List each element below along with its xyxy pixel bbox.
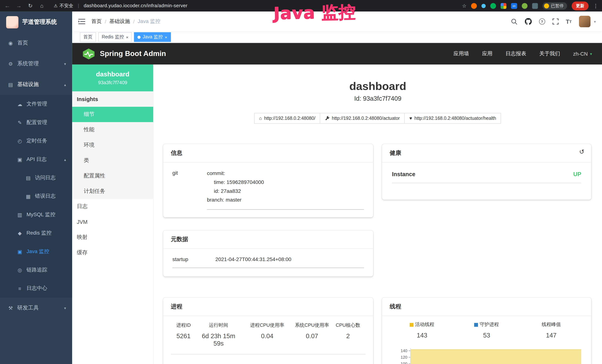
sba-brand-title[interactable]: Spring Boot Admin — [100, 50, 166, 58]
user-avatar[interactable] — [579, 16, 591, 27]
health-card-body: Instance UP — [382, 162, 591, 192]
security-chip[interactable]: ⚠ 不安全 — [54, 2, 73, 9]
clock-icon: ◴ — [17, 138, 23, 144]
back-icon[interactable]: ← — [4, 3, 11, 9]
sidebar-item-log-center[interactable]: ≡ 日志中心 — [0, 279, 72, 298]
actuator-url-link[interactable]: http://192.168.0.2:48080/actuator — [320, 113, 405, 124]
legend-label: 线程峰值 — [542, 321, 561, 328]
address-bar-url[interactable]: dashboard.yudao.iocoder.cn/infra/admin-s… — [84, 3, 187, 9]
sidebar-item-label: 系统管理 — [17, 60, 39, 67]
sidebar-item-error-log[interactable]: ▦ 错误日志 — [0, 187, 72, 205]
help-icon[interactable]: ? — [539, 18, 545, 24]
sba-nav-applications[interactable]: 应用 — [482, 50, 493, 57]
sba-menu-scheduled-tasks[interactable]: 计划任务 — [72, 183, 153, 199]
health-row[interactable]: Instance UP — [392, 171, 581, 183]
service-url-link[interactable]: ⌂ http://192.168.0.2:48080/ — [254, 113, 320, 124]
history-icon[interactable]: ↺ — [579, 148, 584, 155]
edit-icon: ✎ — [17, 120, 23, 125]
sba-nav-wallboard[interactable]: 应用墙 — [453, 50, 469, 57]
info-key: git — [172, 169, 207, 210]
extension-icon[interactable] — [522, 3, 527, 9]
sidebar-item-config-manage[interactable]: ✎ 配置管理 — [0, 113, 72, 132]
browser-menu-icon[interactable]: ⋮ — [593, 3, 598, 9]
sidebar-item-file-manage[interactable]: ☁ 文件管理 — [0, 95, 72, 113]
paused-badge[interactable]: 已暂停 — [542, 2, 567, 9]
reload-icon[interactable]: ↻ — [27, 3, 34, 9]
sidebar-item-mysql-monitor[interactable]: ▥ MySQL 监控 — [0, 205, 72, 224]
breadcrumb-separator: / — [133, 19, 135, 24]
sba-nav-about[interactable]: 关于我们 — [539, 50, 560, 57]
bookmark-star-icon[interactable]: ☆ — [462, 3, 466, 9]
close-icon[interactable]: × — [165, 35, 167, 39]
extension-icon[interactable] — [482, 4, 486, 8]
legend-value: 143 — [390, 332, 454, 339]
instance-header[interactable]: dashboard 93a3fc7f7409 — [72, 64, 153, 91]
tools-icon: ⚒ — [8, 305, 13, 311]
chevron-down-icon: ▾ — [590, 52, 592, 56]
sba-menu-classes[interactable]: 类 — [72, 153, 153, 168]
sidebar-item-home[interactable]: ◉ 首页 — [0, 33, 72, 54]
threads-card-title: 线程 — [382, 298, 591, 316]
locale-label: zh-CN — [573, 51, 588, 57]
forward-icon[interactable]: → — [15, 3, 22, 9]
sidebar-item-trace[interactable]: ◎ 链路追踪 — [0, 261, 72, 279]
home-icon: ⌂ — [259, 116, 262, 121]
font-size-icon[interactable]: TT — [566, 18, 572, 25]
sidebar-item-scheduled-job[interactable]: ◴ 定时任务 — [0, 132, 72, 150]
extension-icon[interactable] — [490, 3, 496, 9]
sidebar-item-java-monitor[interactable]: ▣ Java 监控 — [0, 242, 72, 261]
breadcrumb-infra[interactable]: 基础设施 — [109, 18, 130, 25]
git-commit-line: commit: — [207, 169, 364, 178]
sba-menu-mappings[interactable]: 映射 — [72, 230, 153, 245]
app-logo[interactable]: 芋道管理系统 — [0, 11, 72, 33]
sba-menu-jvm[interactable]: JVM — [72, 214, 153, 230]
git-branch-line: branch: master — [207, 196, 364, 204]
sba-menu-config-props[interactable]: 配置属性 — [72, 168, 153, 183]
sba-menu-logs[interactable]: 日志 — [72, 199, 153, 214]
tab-home[interactable]: 首页 — [80, 32, 96, 42]
redis-icon: ◆ — [17, 230, 23, 236]
locale-selector[interactable]: zh-CN ▾ — [573, 51, 592, 57]
process-col-value: 2 — [330, 332, 366, 340]
sidebar-item-label: Redis 监控 — [27, 230, 52, 236]
insights-group: Insights 细节 性能 环境 类 配置属性 计划任务 — [72, 91, 153, 199]
sba-logo-icon[interactable] — [82, 48, 95, 60]
search-icon[interactable] — [511, 18, 517, 25]
screenshot-root: ← → ↻ ⌂ ⚠ 不安全 | dashboard.yudao.iocoder.… — [0, 0, 602, 364]
sba-menu-details[interactable]: 细节 — [72, 107, 153, 122]
metadata-card-title: 元数据 — [163, 230, 373, 249]
warning-icon: ⚠ — [54, 3, 57, 8]
extension-icon[interactable] — [501, 3, 506, 9]
instance-id: 93a3fc7f7409 — [98, 80, 127, 85]
sidebar-item-dev-tools[interactable]: ⚒ 研发工具 ▾ — [0, 298, 72, 318]
close-icon[interactable]: × — [126, 35, 128, 39]
fullscreen-icon[interactable] — [552, 18, 559, 24]
sba-navbar: Spring Boot Admin 应用墙 应用 日志报表 关于我们 zh-CN… — [72, 43, 602, 64]
process-card-body: 进程ID 5261 运行时间 6d 23h 15m 59s 进程CPU使用率 0… — [163, 316, 373, 354]
extension-on-badge[interactable]: on — [511, 3, 517, 9]
chevron-up-icon: ▴ — [64, 157, 66, 161]
legend-swatch-blue — [474, 323, 478, 327]
github-icon[interactable] — [525, 18, 532, 25]
extension-icon[interactable] — [532, 3, 538, 9]
hamburger-icon[interactable] — [72, 19, 91, 24]
sba-nav-journal[interactable]: 日志报表 — [505, 50, 526, 57]
tick-mark — [408, 351, 410, 351]
tab-java-monitor[interactable]: Java 监控 × — [134, 32, 171, 42]
tab-redis-monitor[interactable]: Redis 监控 × — [98, 32, 132, 42]
sba-menu-performance[interactable]: 性能 — [72, 122, 153, 138]
avatar-caret-icon[interactable]: ▾ — [594, 20, 596, 24]
sidebar-item-system[interactable]: ⚙ 系统管理 ▾ — [0, 54, 72, 74]
sidebar-item-api-log[interactable]: ▣ API 日志 ▴ — [0, 150, 72, 169]
sidebar-item-infra[interactable]: ▤ 基础设施 ▴ — [0, 74, 72, 95]
sidebar-item-access-log[interactable]: ▤ 访问日志 — [0, 169, 72, 187]
breadcrumb-home[interactable]: 首页 — [91, 18, 102, 25]
sidebar-item-redis-monitor[interactable]: ◆ Redis 监控 — [0, 224, 72, 242]
sba-menu-caches[interactable]: 缓存 — [72, 245, 153, 260]
extension-icon[interactable] — [471, 3, 477, 9]
sba-menu-environment[interactable]: 环境 — [72, 137, 153, 153]
health-instance-label: Instance — [392, 171, 415, 177]
update-browser-button[interactable]: 更新 — [572, 1, 589, 10]
health-url-link[interactable]: ♥ http://192.168.0.2:48080/actuator/heal… — [404, 113, 501, 124]
home-icon[interactable]: ⌂ — [38, 3, 45, 9]
